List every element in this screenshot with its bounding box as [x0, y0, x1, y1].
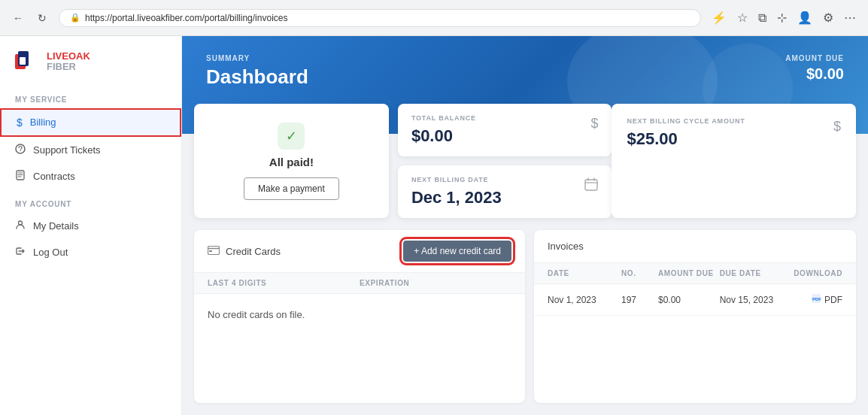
logo-icon: [15, 51, 41, 72]
col-download-header: DOWNLOAD: [794, 269, 842, 277]
credit-card-icon: [208, 245, 220, 257]
browser-chrome: ← ↻ 🔒 https://portal.liveoakfiber.com/po…: [0, 0, 868, 36]
profile-icon[interactable]: 👤: [794, 8, 815, 28]
credit-cards-header: Credit Cards + Add new credit card: [194, 230, 525, 273]
next-cycle-content: NEXT BILLING CYCLE AMOUNT $25.00: [627, 117, 745, 149]
sidebar-item-contracts[interactable]: Contracts: [0, 163, 181, 189]
svg-rect-9: [209, 250, 212, 252]
invoices-title-text: Invoices: [548, 241, 584, 252]
bookmark-icon[interactable]: ⊹: [774, 8, 790, 28]
back-button[interactable]: ←: [9, 9, 27, 27]
sidebar-item-logout-label: Log Out: [33, 247, 68, 258]
extension-icon2[interactable]: ⚙: [820, 8, 836, 28]
col-last4-header: LAST 4 DIGITS: [208, 279, 360, 287]
dollar-cycle-icon: $: [833, 119, 841, 135]
svg-point-3: [16, 144, 25, 153]
star-icon[interactable]: ☆: [734, 8, 751, 28]
invoice-number: 197: [621, 295, 658, 305]
credit-cards-table-header: LAST 4 DIGITS EXPIRATION: [194, 273, 525, 294]
col-no-header: NO.: [621, 269, 658, 277]
all-paid-text: All paid!: [269, 156, 314, 168]
sidebar-item-support-label: Support Tickets: [33, 144, 101, 156]
logout-icon: [15, 246, 26, 259]
next-billing-date-inner: NEXT BILLING DATE Dec 1, 2023: [411, 176, 599, 208]
amount-due-value: $0.00: [785, 65, 844, 83]
my-service-section-label: MY SERVICE: [0, 85, 181, 108]
sidebar-item-billing[interactable]: $ Billing: [0, 108, 181, 137]
sidebar-item-contracts-label: Contracts: [33, 171, 75, 182]
lock-icon: 🔒: [70, 13, 80, 23]
invoice-amount: $0.00: [658, 295, 720, 305]
contracts-icon: [15, 170, 26, 183]
pdf-label: PDF: [824, 295, 842, 305]
bottom-section: Credit Cards + Add new credit card LAST …: [194, 230, 856, 403]
checkmark-icon: ✓: [278, 123, 305, 150]
total-balance-content: TOTAL BALANCE $0.00: [411, 114, 476, 146]
sidebar-item-billing-label: Billing: [30, 117, 56, 128]
invoices-header: Invoices: [534, 230, 856, 263]
total-balance-inner: TOTAL BALANCE $0.00 $: [411, 114, 599, 146]
cards-row: ✓ All paid! Make a payment TOTAL BALANCE…: [194, 104, 856, 218]
main-content: SUMMARY Dashboard AMOUNT DUE $0.00 ✓ All…: [182, 36, 868, 415]
next-billing-date-card: NEXT BILLING DATE Dec 1, 2023: [398, 165, 612, 218]
next-cycle-value: $25.00: [627, 129, 745, 149]
next-billing-date-label: NEXT BILLING DATE: [411, 176, 502, 183]
col-due-header: DUE DATE: [720, 269, 794, 277]
total-balance-value: $0.00: [411, 126, 476, 146]
my-account-section-label: MY ACCOUNT: [0, 189, 181, 213]
no-cards-message: No credit cards on file.: [194, 294, 525, 335]
tablet-icon[interactable]: ⧉: [755, 8, 769, 28]
pdf-icon: PDF: [811, 293, 821, 306]
ticket-icon: [15, 144, 26, 156]
app-container: LIVEOAK FIBER MY SERVICE $ Billing Suppo…: [0, 36, 868, 415]
all-paid-card: ✓ All paid! Make a payment: [194, 104, 389, 218]
svg-text:PDF: PDF: [812, 297, 821, 301]
extensions-icon[interactable]: ⚡: [709, 8, 730, 28]
menu-icon[interactable]: ⋯: [841, 8, 859, 28]
browser-actions: ⚡ ☆ ⧉ ⊹ 👤 ⚙ ⋯: [709, 8, 859, 28]
next-cycle-card: NEXT BILLING CYCLE AMOUNT $25.00 $: [612, 104, 856, 218]
summary-label: SUMMARY: [206, 54, 308, 62]
invoice-download: PDF PDF: [794, 293, 842, 306]
next-cycle-inner: NEXT BILLING CYCLE AMOUNT $25.00 $: [627, 117, 841, 149]
invoice-due-date: Nov 15, 2023: [720, 295, 794, 305]
svg-rect-2: [20, 57, 26, 65]
sidebar: LIVEOAK FIBER MY SERVICE $ Billing Suppo…: [0, 36, 182, 415]
logo-brand: LIVEOAK: [47, 50, 90, 62]
next-billing-date-value: Dec 1, 2023: [411, 188, 502, 208]
svg-rect-7: [585, 180, 597, 190]
next-cycle-label: NEXT BILLING CYCLE AMOUNT: [627, 117, 745, 125]
address-bar[interactable]: 🔒 https://portal.liveoakfiber.com/portal…: [59, 9, 701, 27]
svg-point-4: [20, 150, 20, 150]
amount-due-label: AMOUNT DUE: [785, 54, 844, 62]
sidebar-item-my-details[interactable]: My Details: [0, 213, 181, 239]
pdf-download-link[interactable]: PDF PDF: [794, 293, 842, 306]
url-text: https://portal.liveoakfiber.com/portal/b…: [85, 13, 287, 23]
invoices-table-header: DATE NO. AMOUNT DUE DUE DATE DOWNLOAD: [534, 263, 856, 284]
svg-point-6: [19, 221, 23, 225]
header-left: SUMMARY Dashboard: [206, 54, 308, 89]
right-cards: TOTAL BALANCE $0.00 $ NEXT BILLING DATE …: [398, 104, 612, 218]
calendar-icon: [584, 177, 598, 195]
logo: LIVEOAK FIBER: [0, 36, 181, 85]
make-payment-button[interactable]: Make a payment: [244, 177, 339, 200]
browser-nav-buttons: ← ↻: [9, 9, 51, 27]
sidebar-item-my-details-label: My Details: [33, 220, 79, 232]
person-icon: [15, 220, 26, 232]
col-amount-header: AMOUNT DUE: [658, 269, 720, 277]
credit-cards-title-wrapper: Credit Cards: [208, 245, 281, 257]
add-credit-card-button[interactable]: + Add new credit card: [403, 241, 511, 262]
next-billing-date-content: NEXT BILLING DATE Dec 1, 2023: [411, 176, 502, 208]
invoices-panel: Invoices DATE NO. AMOUNT DUE DUE DATE DO…: [534, 230, 856, 403]
refresh-button[interactable]: ↻: [33, 9, 51, 27]
dollar-icon: $: [17, 117, 23, 129]
total-balance-card: TOTAL BALANCE $0.00 $: [398, 104, 612, 156]
sidebar-item-log-out[interactable]: Log Out: [0, 239, 181, 265]
dollar-card-icon: $: [590, 116, 598, 132]
col-date-header: DATE: [548, 269, 621, 277]
sidebar-item-support-tickets[interactable]: Support Tickets: [0, 137, 181, 163]
dashboard-title: Dashboard: [206, 65, 308, 89]
credit-cards-panel: Credit Cards + Add new credit card LAST …: [194, 230, 525, 403]
total-balance-label: TOTAL BALANCE: [411, 114, 476, 122]
col-expiration-header: EXPIRATION: [360, 279, 511, 287]
